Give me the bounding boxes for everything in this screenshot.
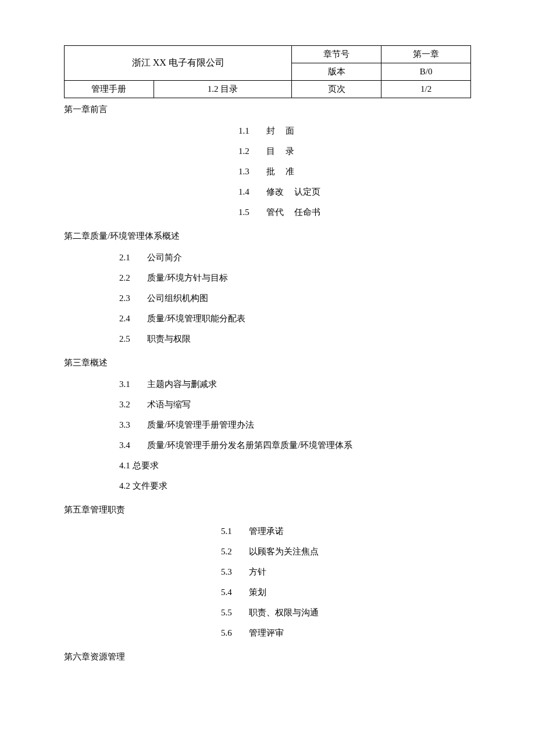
page-label: 页次 <box>292 81 381 98</box>
ch3-items: 3.1 主题内容与删减求 3.2 术语与缩写 3.3 质量/环境管理手册管理办法… <box>64 379 471 492</box>
ch5-items: 5.1 管理承诺 5.2 以顾客为关注焦点 5.3 方针 5.4 策划 5.5 … <box>64 526 471 639</box>
version-label: 版本 <box>292 63 381 81</box>
toc-label: 质量/环境管理手册分发名册第四章质量/环境管理体系 <box>147 440 352 451</box>
toc-label: 公司组织机构图 <box>147 293 208 304</box>
toc-num: 2.1 <box>119 253 147 263</box>
chapter-value: 第一章 <box>381 46 471 63</box>
toc-item: 3.4 质量/环境管理手册分发名册第四章质量/环境管理体系 <box>119 440 471 451</box>
toc-item: 1.3 批 准 <box>238 166 471 177</box>
toc-item: 3.2 术语与缩写 <box>119 399 471 410</box>
toc-item: 3.3 质量/环境管理手册管理办法 <box>119 420 471 431</box>
toc-item: 2.2 质量/环境方针与目标 <box>119 273 471 284</box>
toc-label: 批 准 <box>266 166 294 177</box>
toc-label: 主题内容与删减求 <box>147 379 217 390</box>
toc-label: 方针 <box>249 567 266 578</box>
document-page: 浙江 XX 电子有限公司 章节号 第一章 版本 B/0 管理手册 1.2 目录 … <box>0 0 535 708</box>
ch6-title: 第六章资源管理 <box>64 651 471 662</box>
toc-num: 3.1 <box>119 379 147 389</box>
toc-item: 5.5 职责、权限与沟通 <box>221 607 471 618</box>
toc-item: 5.1 管理承诺 <box>221 526 471 537</box>
toc-label: 质量/环境管理手册管理办法 <box>147 420 254 431</box>
toc-item: 2.5 职责与权限 <box>119 334 471 345</box>
ch2-items: 2.1 公司简介 2.2 质量/环境方针与目标 2.3 公司组织机构图 2.4 … <box>64 252 471 345</box>
toc-item: 2.1 公司简介 <box>119 252 471 263</box>
toc-label: 修改 认定页 <box>266 187 320 198</box>
toc-item: 2.4 质量/环境管理职能分配表 <box>119 313 471 324</box>
toc-num: 2.4 <box>119 314 147 324</box>
toc-label: 职责与权限 <box>147 334 191 345</box>
toc-num: 3.2 <box>119 400 147 410</box>
toc-label: 术语与缩写 <box>147 399 191 410</box>
ch1-title: 第一章前言 <box>64 104 471 115</box>
toc-num: 2.5 <box>119 334 147 344</box>
toc-label: 职责、权限与沟通 <box>249 607 319 618</box>
toc-item: 3.1 主题内容与删减求 <box>119 379 471 390</box>
toc-label: 管代 任命书 <box>266 207 320 218</box>
toc-item: 2.3 公司组织机构图 <box>119 293 471 304</box>
ch5-title: 第五章管理职责 <box>64 504 471 515</box>
toc-num: 5.4 <box>221 587 249 597</box>
toc-label: 4.1 总要求 <box>119 460 159 471</box>
toc-num: 5.6 <box>221 628 249 638</box>
toc-item: 4.2 文件要求 <box>119 481 471 492</box>
toc-num: 1.2 <box>238 146 266 156</box>
toc-num: 5.2 <box>221 547 249 557</box>
toc-label: 4.2 文件要求 <box>119 481 167 492</box>
section-title: 1.2 目录 <box>154 81 292 98</box>
toc-label: 质量/环境方针与目标 <box>147 273 228 284</box>
toc-num: 2.3 <box>119 293 147 303</box>
toc-num: 5.1 <box>221 526 249 536</box>
toc-item: 5.6 管理评审 <box>221 628 471 639</box>
toc-item: 5.2 以顾客为关注焦点 <box>221 546 471 557</box>
toc-label: 管理评审 <box>249 628 284 639</box>
toc-item: 4.1 总要求 <box>119 460 471 471</box>
toc-num: 3.4 <box>119 440 147 450</box>
ch3-title: 第三章概述 <box>64 357 471 368</box>
page-value: 1/2 <box>381 81 471 98</box>
toc-item: 1.2 目 录 <box>238 146 471 157</box>
version-value: B/0 <box>381 63 471 81</box>
toc-item: 1.5 管代 任命书 <box>238 207 471 218</box>
toc-num: 2.2 <box>119 273 147 283</box>
toc-label: 封 面 <box>266 126 294 137</box>
toc-label: 管理承诺 <box>249 526 284 537</box>
toc-item: 5.4 策划 <box>221 587 471 598</box>
ch1-items: 1.1 封 面 1.2 目 录 1.3 批 准 1.4 修改 认定页 <box>64 126 471 218</box>
toc-item: 1.1 封 面 <box>238 126 471 137</box>
toc-num: 3.3 <box>119 420 147 430</box>
chapter-label: 章节号 <box>292 46 381 63</box>
toc-item: 5.3 方针 <box>221 567 471 578</box>
toc-num: 1.1 <box>238 126 266 136</box>
toc-num: 5.3 <box>221 567 249 577</box>
toc-label: 目 录 <box>266 146 294 157</box>
toc-label: 策划 <box>249 587 266 598</box>
doc-label: 管理手册 <box>65 81 154 98</box>
header-table: 浙江 XX 电子有限公司 章节号 第一章 版本 B/0 管理手册 1.2 目录 … <box>64 45 471 98</box>
toc-label: 公司简介 <box>147 252 182 263</box>
ch2-title: 第二章质量/环境管理体系概述 <box>64 231 471 242</box>
toc-num: 1.4 <box>238 187 266 197</box>
company-name: 浙江 XX 电子有限公司 <box>65 46 292 81</box>
toc-item: 1.4 修改 认定页 <box>238 187 471 198</box>
toc-label: 以顾客为关注焦点 <box>249 546 319 557</box>
toc-num: 5.5 <box>221 608 249 618</box>
toc-num: 1.5 <box>238 207 266 217</box>
toc-num: 1.3 <box>238 167 266 177</box>
toc-label: 质量/环境管理职能分配表 <box>147 313 245 324</box>
